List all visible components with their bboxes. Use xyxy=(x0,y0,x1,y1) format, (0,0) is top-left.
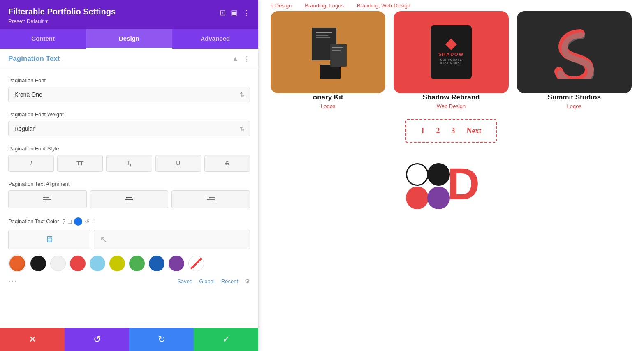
strikethrough-button[interactable]: S xyxy=(204,155,250,172)
tab-content[interactable]: Content xyxy=(0,29,86,49)
svg-rect-11 xyxy=(211,201,215,201)
uppercase-button[interactable]: TT xyxy=(57,155,103,172)
color-tabs: Saved Global Recent ⚙ xyxy=(177,278,250,284)
pagination-font-select-wrapper: Krona One ⇅ xyxy=(8,87,250,102)
portfolio-title-1: onary Kit xyxy=(271,93,385,102)
underline-button[interactable]: U xyxy=(155,155,201,172)
next-page-button[interactable]: Next xyxy=(467,127,482,135)
color-text-field[interactable]: ↖ xyxy=(94,230,250,249)
sidebar-icon[interactable]: ▣ xyxy=(231,8,238,17)
align-right-button[interactable] xyxy=(171,190,250,208)
align-left-button[interactable] xyxy=(8,190,87,208)
color-monitor-field[interactable]: 🖥 xyxy=(8,230,90,249)
color-field-header: Pagination Text Color ? □ ↺ ⋮ xyxy=(8,217,250,226)
swatch-green[interactable] xyxy=(129,256,145,271)
align-center-button[interactable] xyxy=(90,190,169,208)
bottom-bar: ✕ ↺ ↻ ✓ xyxy=(0,328,258,351)
more-swatches-button[interactable]: ··· xyxy=(8,276,18,285)
color-input-row: 🖥 ↖ xyxy=(8,230,250,249)
pagination-text-color-label: Pagination Text Color xyxy=(8,218,59,224)
circle-top-right-solid xyxy=(427,163,450,186)
svg-rect-15 xyxy=(316,37,330,38)
main-content: b Design Branding, Logos Branding, Web D… xyxy=(258,0,644,351)
tag-web-design: b Design xyxy=(271,0,298,11)
portfolio-image-2: SHADOW CORPORATE STATIONERY xyxy=(394,11,508,93)
portfolio-category-2: Web Design xyxy=(394,103,508,109)
section-more-icon[interactable]: ⋮ xyxy=(243,55,250,63)
page-1[interactable]: 1 xyxy=(421,127,425,135)
settings-panel: Filterable Portfolio Settings Preset: De… xyxy=(0,0,258,351)
circle-bottom-right-purple xyxy=(427,187,450,209)
italic-button[interactable]: I xyxy=(8,155,54,172)
swatch-clear[interactable] xyxy=(188,256,204,271)
help-icon[interactable]: ? xyxy=(62,218,65,225)
style-buttons: I TT Tr U S xyxy=(8,155,250,172)
swatch-yellow[interactable] xyxy=(109,256,125,271)
top-tags-row: b Design Branding, Logos Branding, Web D… xyxy=(271,0,632,11)
panel-preset[interactable]: Preset: Default ▾ xyxy=(8,18,116,24)
reset-color-icon[interactable]: ↺ xyxy=(85,218,90,225)
shadow-diamond xyxy=(445,39,457,50)
shadow-subtext: CORPORATE STATIONERY xyxy=(431,58,472,64)
cancel-button[interactable]: ✕ xyxy=(0,328,65,351)
shadow-text: SHADOW xyxy=(438,52,464,57)
svg-rect-0 xyxy=(43,196,51,196)
portfolio-title-2: Shadow Rebrand xyxy=(394,93,508,102)
swatch-red[interactable] xyxy=(70,256,86,271)
tab-design[interactable]: Design xyxy=(86,29,172,49)
portfolio-item-2: SHADOW CORPORATE STATIONERY Shadow Rebra… xyxy=(394,11,508,109)
shadow-book: SHADOW CORPORATE STATIONERY xyxy=(431,25,472,79)
svg-rect-10 xyxy=(207,199,215,200)
color-mode-icon[interactable] xyxy=(74,217,82,226)
pagination-font-select[interactable]: Krona One xyxy=(9,87,250,102)
capitalize-button[interactable]: Tr xyxy=(106,155,152,172)
color-tab-global[interactable]: Global xyxy=(199,278,215,284)
swatch-orange[interactable] xyxy=(8,254,26,272)
more-menu-icon[interactable]: ⋮ xyxy=(243,8,250,17)
section-body: 1 Pagination Font Krona One ⇅ Pagination… xyxy=(0,69,258,303)
section-title: Pagination Text xyxy=(8,55,60,63)
page-3[interactable]: 3 xyxy=(452,127,455,135)
pagination-font-style-label: Pagination Font Style xyxy=(8,145,250,152)
pagination-font-weight-group: Pagination Font Weight Regular ⇅ xyxy=(8,111,250,136)
pagination-box: 1 2 3 Next xyxy=(405,119,497,143)
swatch-light-blue[interactable] xyxy=(90,256,105,271)
undo-button[interactable]: ↺ xyxy=(65,328,129,351)
pagination-font-weight-label: Pagination Font Weight xyxy=(8,111,250,118)
tab-advanced[interactable]: Advanced xyxy=(172,29,258,49)
page-2[interactable]: 2 xyxy=(436,127,440,135)
expand-icon[interactable]: ⊡ xyxy=(220,8,226,17)
d-letter: D xyxy=(447,161,480,206)
color-tab-recent[interactable]: Recent xyxy=(221,278,238,284)
color-settings-icon[interactable]: ⚙ xyxy=(245,278,250,284)
alignment-buttons xyxy=(8,190,250,208)
panel-header-left: Filterable Portfolio Settings Preset: De… xyxy=(8,7,116,24)
portfolio-category-1: Logos xyxy=(271,103,385,109)
portfolio-image-1 xyxy=(271,11,385,93)
swatch-black[interactable] xyxy=(30,256,46,271)
svg-rect-1 xyxy=(43,197,49,198)
portfolio-category-3: Logos xyxy=(517,103,632,109)
swatch-purple[interactable] xyxy=(169,256,184,271)
svg-rect-5 xyxy=(126,197,132,198)
panel-content-scroll: Pagination Text ▲ ⋮ 1 Pagination Font Kr… xyxy=(0,49,258,328)
svg-rect-3 xyxy=(43,201,47,201)
svg-rect-7 xyxy=(127,201,131,201)
collapse-icon[interactable]: ▲ xyxy=(232,55,239,62)
logo-d-area: D xyxy=(271,159,632,221)
section-header: Pagination Text ▲ ⋮ xyxy=(0,49,258,69)
swatch-white[interactable] xyxy=(50,256,66,271)
svg-rect-6 xyxy=(125,199,133,200)
pagination-font-weight-select[interactable]: Regular xyxy=(9,121,250,136)
svg-rect-13 xyxy=(316,32,332,33)
svg-rect-9 xyxy=(209,197,215,198)
panel-title: Filterable Portfolio Settings xyxy=(8,7,116,16)
redo-button[interactable]: ↻ xyxy=(129,328,194,351)
svg-rect-4 xyxy=(125,196,133,196)
color-tab-saved[interactable]: Saved xyxy=(177,278,192,284)
save-button[interactable]: ✓ xyxy=(194,328,258,351)
device-icon[interactable]: □ xyxy=(68,218,71,225)
portfolio-item-3: Summit Studios Logos xyxy=(517,11,632,109)
color-more-icon[interactable]: ⋮ xyxy=(92,218,98,225)
swatch-blue[interactable] xyxy=(149,256,164,271)
